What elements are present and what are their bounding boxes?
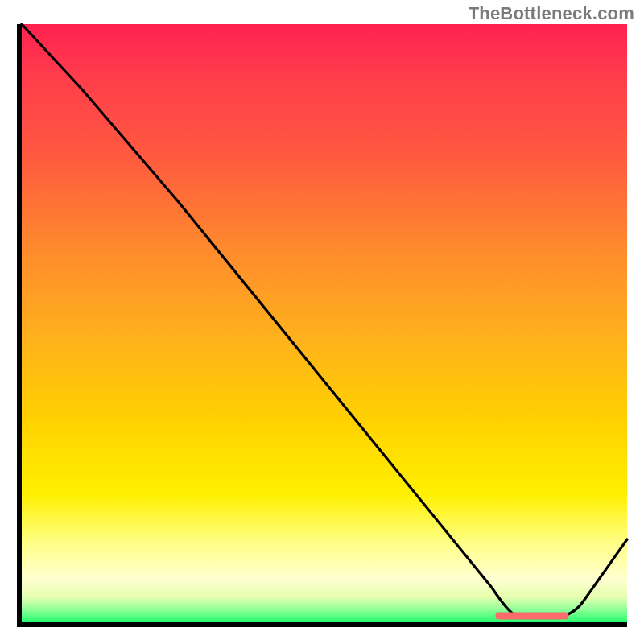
bottleneck-curve bbox=[17, 24, 627, 627]
figure-container: TheBottleneck.com bbox=[0, 0, 644, 644]
attribution-text: TheBottleneck.com bbox=[469, 3, 634, 24]
gradient-plot-area bbox=[17, 24, 627, 627]
curve-path bbox=[22, 24, 627, 616]
optimal-region-marker bbox=[496, 613, 568, 619]
